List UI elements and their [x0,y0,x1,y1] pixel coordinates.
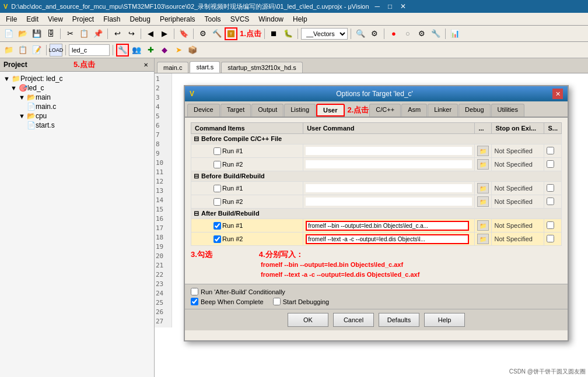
dtab-listing[interactable]: Listing [284,104,316,117]
options-target-button[interactable]: T [225,27,237,40]
ab-run1-browse-button[interactable]: 📁 [477,220,489,231]
rebuild-button[interactable]: 🔨 [211,27,223,40]
tab-main-c[interactable]: main.c [157,62,188,73]
open-button[interactable]: 📂 [16,27,29,40]
tree-item-led-c[interactable]: ▼ 🎯 led_c [2,83,152,93]
bb-run1-s-checkbox[interactable] [547,184,554,192]
ab-run1-input[interactable] [306,221,469,231]
menu-svcs[interactable]: SVCS [226,14,254,24]
proj-btn2[interactable]: 📋 [16,44,29,57]
bc-run1-input[interactable] [306,147,472,155]
bc-run1-s-checkbox[interactable] [547,147,554,154]
tree-item-cpu-group[interactable]: ▼ 📂 cpu [2,111,152,121]
find-button[interactable]: 🔍 [354,27,367,40]
cut-button[interactable]: ✂ [64,27,76,40]
dtab-device[interactable]: Device [187,104,220,117]
run-conditionally-checkbox[interactable] [191,288,198,295]
target-options-btn2[interactable]: 🔧 [116,44,129,57]
menu-tools[interactable]: Tools [200,14,226,24]
menu-file[interactable]: File [1,14,22,24]
template-btn[interactable]: ✚ [144,44,157,57]
menu-view[interactable]: View [43,14,68,24]
circle-gray[interactable]: ○ [401,27,414,40]
dtab-user[interactable]: User [316,104,344,117]
bc-run1-checkbox[interactable] [214,147,221,155]
bb-run1-checkbox[interactable] [214,185,221,192]
dialog-close-button[interactable]: ✕ [552,89,563,99]
bb-run2-input[interactable] [306,198,472,206]
ab-run2-browse-button[interactable]: 📁 [477,234,489,244]
load-btn[interactable]: LOAD [50,44,62,57]
menu-help[interactable]: Help [288,14,312,24]
menu-peripherals[interactable]: Peripherals [155,14,200,24]
dtab-target[interactable]: Target [220,104,251,117]
bc-run2-input[interactable] [306,160,472,168]
extra-btn2[interactable]: 🔧 [429,27,442,40]
start-debug-label[interactable]: Start Debugging [273,298,330,305]
paste-button[interactable]: 📌 [92,27,104,40]
dtab-asm[interactable]: Asm [401,104,427,117]
bb-run2-s-checkbox[interactable] [547,198,554,205]
menu-debug[interactable]: Debug [125,14,155,24]
ab-run2-input[interactable] [306,234,469,244]
help-button[interactable]: Help [424,313,465,327]
menu-edit[interactable]: Edit [22,14,43,24]
nav-back-button[interactable]: ◀ [144,27,157,40]
ab-run2-checkbox[interactable] [214,235,221,243]
maximize-button[interactable]: □ [386,2,394,10]
target-dropdown[interactable]: __Vectors [301,28,348,40]
dtab-debug[interactable]: Debug [459,104,490,117]
bc-run2-checkbox[interactable] [214,161,221,168]
dtab-output[interactable]: Output [251,104,284,117]
menu-project[interactable]: Project [68,14,99,24]
bb-run1-input[interactable] [306,184,472,192]
run-conditionally-label[interactable]: Run 'After-Build' Conditionally [191,288,285,295]
beep-checkbox[interactable] [191,298,198,305]
save-all-button[interactable]: 🗄 [44,27,57,40]
debug-button[interactable]: 🐛 [282,27,295,40]
minimize-button[interactable]: ─ [373,2,383,10]
undo-button[interactable]: ↩ [111,27,124,40]
tree-item-main-c[interactable]: 📄 main.c [2,102,152,111]
tree-item-main-group[interactable]: ▼ 📂 main [2,93,152,102]
ab-run1-s-checkbox[interactable] [547,221,554,229]
tree-item-start-s[interactable]: 📄 start.s [2,121,152,130]
defaults-button[interactable]: Defaults [379,313,419,327]
extra-btn[interactable]: ⚙ [415,27,428,40]
tab-start-s[interactable]: start.s [190,61,220,73]
save-button[interactable]: 💾 [30,27,43,40]
ab-run2-s-checkbox[interactable] [547,235,554,242]
project-name-input[interactable] [69,44,110,56]
extra-btn3[interactable]: 📊 [449,27,461,40]
bb-run1-browse-button[interactable]: 📁 [477,183,489,193]
copy-button[interactable]: 📋 [78,27,90,40]
ok-button[interactable]: OK [288,313,328,327]
bb-run2-browse-button[interactable]: 📁 [477,196,489,207]
panel-close-btn[interactable]: ✕ [141,60,150,69]
bb-run2-checkbox[interactable] [214,198,221,206]
bc-run2-s-checkbox[interactable] [547,160,554,168]
diamond-btn[interactable]: ◆ [158,44,171,57]
dtab-linker[interactable]: Linker [428,104,458,117]
manage-btn[interactable]: 👥 [130,44,143,57]
dtab-cxx[interactable]: C/C++ [369,104,401,117]
arrow-btn[interactable]: ➤ [172,44,185,57]
dtab-utilities[interactable]: Utilities [491,104,524,117]
proj-btn3[interactable]: 📝 [30,44,43,57]
menu-flash[interactable]: Flash [99,14,125,24]
cancel-button[interactable]: Cancel [333,313,374,327]
build-button[interactable]: ⚙ [197,27,209,40]
tree-item-project-root[interactable]: ▼ 📁 Project: led_c [2,74,152,83]
tab-startup[interactable]: startup_stm32f10x_hd.s [221,62,302,73]
start-debug-checkbox[interactable] [273,298,281,305]
proj-btn1[interactable]: 📁 [2,44,15,57]
redo-button[interactable]: ↪ [125,27,138,40]
settings-button[interactable]: ⚙ [368,27,381,40]
close-button[interactable]: ✕ [398,2,408,10]
bookmark-button[interactable]: 🔖 [177,27,190,40]
bc-run2-browse-button[interactable]: 📁 [477,159,489,170]
menu-window[interactable]: Window [254,14,288,24]
circle-red[interactable]: ● [387,27,400,40]
bc-run1-browse-button[interactable]: 📁 [477,146,489,156]
nav-fwd-button[interactable]: ▶ [158,27,171,40]
